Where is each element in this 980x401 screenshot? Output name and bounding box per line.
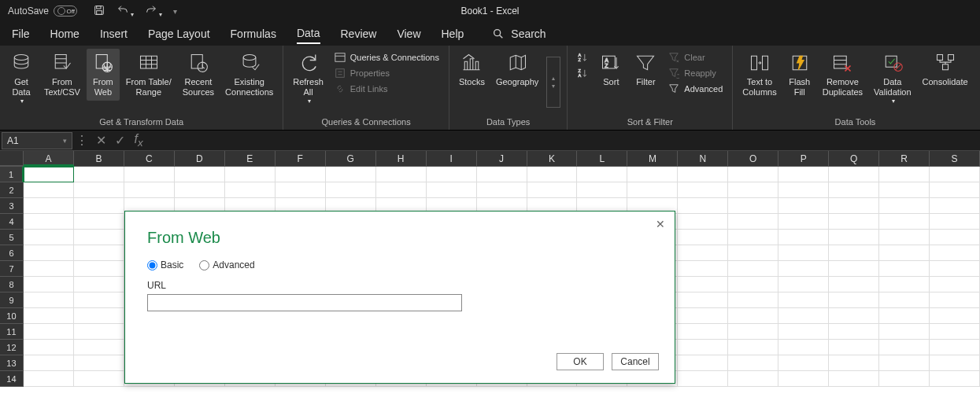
cell-R3[interactable] <box>879 198 930 214</box>
cell-P10[interactable] <box>778 308 829 324</box>
cell-B3[interactable] <box>74 198 124 214</box>
cell-Q3[interactable] <box>829 198 879 214</box>
cell-R12[interactable] <box>879 340 930 355</box>
cell-P11[interactable] <box>778 324 829 340</box>
cell-A4[interactable] <box>24 214 74 230</box>
col-header-R[interactable]: R <box>879 151 930 166</box>
formula-input[interactable] <box>148 132 980 149</box>
cell-H1[interactable] <box>376 167 427 182</box>
cell-O7[interactable] <box>728 261 778 277</box>
sort-az-button[interactable]: AZ <box>574 50 591 64</box>
cell-J1[interactable] <box>477 167 527 182</box>
qat-customize-icon[interactable]: ▾ <box>173 7 177 16</box>
cell-S3[interactable] <box>930 198 980 214</box>
row-header-4[interactable]: 4 <box>0 214 24 230</box>
cell-P6[interactable] <box>778 245 829 261</box>
cell-A10[interactable] <box>24 308 74 324</box>
cell-S5[interactable] <box>930 230 980 245</box>
cell-N5[interactable] <box>678 230 728 245</box>
cell-G1[interactable] <box>326 167 376 182</box>
cell-O5[interactable] <box>728 230 778 245</box>
cell-B10[interactable] <box>74 308 124 324</box>
cell-F1[interactable] <box>276 167 326 182</box>
col-header-N[interactable]: N <box>678 151 728 166</box>
cell-O9[interactable] <box>728 292 778 308</box>
cell-R14[interactable] <box>879 371 930 387</box>
cell-N6[interactable] <box>678 245 728 261</box>
tab-formulas[interactable]: Formulas <box>231 24 276 43</box>
enter-formula-icon[interactable]: ✓ <box>110 133 129 148</box>
cell-P1[interactable] <box>778 167 829 182</box>
tab-data[interactable]: Data <box>297 24 320 44</box>
edit-links-button[interactable]: Edit Links <box>331 82 442 96</box>
col-header-B[interactable]: B <box>74 151 124 166</box>
col-header-Q[interactable]: Q <box>829 151 879 166</box>
cell-N2[interactable] <box>678 182 728 198</box>
cell-O13[interactable] <box>728 355 778 371</box>
cell-S7[interactable] <box>930 261 980 277</box>
cell-F2[interactable] <box>276 182 326 198</box>
sort-button[interactable]: AZ Sort <box>594 49 627 90</box>
cell-Q2[interactable] <box>829 182 879 198</box>
sort-za-button[interactable]: ZA <box>574 66 591 80</box>
cell-H2[interactable] <box>376 182 427 198</box>
cell-D2[interactable] <box>175 182 225 198</box>
cell-N1[interactable] <box>678 167 728 182</box>
col-header-G[interactable]: G <box>326 151 376 166</box>
autosave-control[interactable]: AutoSave Off <box>8 6 77 17</box>
col-header-S[interactable]: S <box>930 151 980 166</box>
cell-B2[interactable] <box>74 182 124 198</box>
radio-advanced[interactable]: Advanced <box>199 259 254 270</box>
flash-fill-button[interactable]: Flash Fill <box>783 49 816 101</box>
cell-B12[interactable] <box>74 340 124 355</box>
search-tell-me[interactable]: Search <box>492 28 545 40</box>
cell-N4[interactable] <box>678 214 728 230</box>
cell-Q10[interactable] <box>829 308 879 324</box>
redo-icon[interactable]: ▾ <box>145 4 162 19</box>
cell-Q1[interactable] <box>829 167 879 182</box>
radio-basic[interactable]: Basic <box>147 259 183 270</box>
url-input[interactable] <box>147 294 462 311</box>
cell-P7[interactable] <box>778 261 829 277</box>
tab-page-layout[interactable]: Page Layout <box>148 24 210 43</box>
cell-N3[interactable] <box>678 198 728 214</box>
tab-help[interactable]: Help <box>442 24 464 43</box>
cell-R5[interactable] <box>879 230 930 245</box>
cell-B11[interactable] <box>74 324 124 340</box>
row-header-10[interactable]: 10 <box>0 308 24 324</box>
cell-P4[interactable] <box>778 214 829 230</box>
text-to-columns-button[interactable]: Text to Columns <box>738 49 781 101</box>
col-header-P[interactable]: P <box>778 151 829 166</box>
cell-C2[interactable] <box>124 182 175 198</box>
cell-E1[interactable] <box>225 167 276 182</box>
save-icon[interactable] <box>93 4 105 19</box>
cell-L1[interactable] <box>577 167 627 182</box>
cell-P2[interactable] <box>778 182 829 198</box>
from-text-csv-button[interactable]: From Text/CSV <box>39 49 85 101</box>
cell-R6[interactable] <box>879 245 930 261</box>
cell-B14[interactable] <box>74 371 124 387</box>
cell-R4[interactable] <box>879 214 930 230</box>
row-header-13[interactable]: 13 <box>0 355 24 371</box>
cell-Q8[interactable] <box>829 277 879 292</box>
cell-Q9[interactable] <box>829 292 879 308</box>
cell-L2[interactable] <box>577 182 627 198</box>
cell-P5[interactable] <box>778 230 829 245</box>
ok-button[interactable]: OK <box>557 353 604 370</box>
cell-P13[interactable] <box>778 355 829 371</box>
cell-N7[interactable] <box>678 261 728 277</box>
col-header-D[interactable]: D <box>175 151 225 166</box>
cell-A7[interactable] <box>24 261 74 277</box>
cell-S10[interactable] <box>930 308 980 324</box>
cell-A2[interactable] <box>24 182 74 198</box>
cell-O3[interactable] <box>728 198 778 214</box>
cell-A14[interactable] <box>24 371 74 387</box>
row-header-11[interactable]: 11 <box>0 324 24 340</box>
cell-S2[interactable] <box>930 182 980 198</box>
cell-B13[interactable] <box>74 355 124 371</box>
refresh-all-button[interactable]: Refresh All▾ <box>288 49 328 109</box>
cell-N13[interactable] <box>678 355 728 371</box>
advanced-filter-button[interactable]: Advanced <box>665 82 726 96</box>
row-header-14[interactable]: 14 <box>0 371 24 387</box>
cancel-button[interactable]: Cancel <box>612 353 659 370</box>
